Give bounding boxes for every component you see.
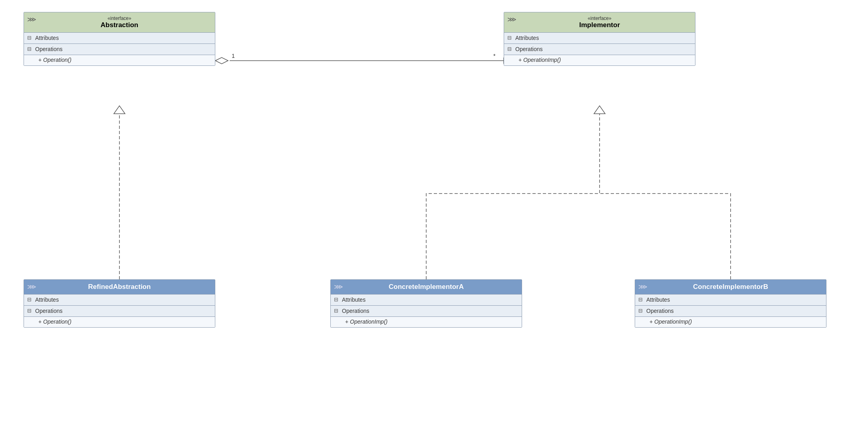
svg-marker-4 — [114, 106, 125, 114]
concrete-implementor-b-classname: ConcreteImplementorB — [639, 283, 822, 291]
concrete-implementor-b-operations-section: ⊟ Operations — [635, 306, 826, 317]
concrete-implementor-a-class: ⋙ ConcreteImplementorA ⊟ Attributes ⊟ Op… — [330, 279, 522, 328]
abstraction-operations-section: ⊟ Operations — [24, 44, 215, 55]
refined-abstraction-attributes-icon: ⊟ — [27, 296, 32, 302]
refined-abstraction-header: ⋙ RefinedAbstraction — [24, 280, 215, 295]
svg-marker-2 — [215, 57, 228, 64]
refined-abstraction-operation-item: Operation() — [43, 318, 72, 325]
refined-abstraction-attributes-section: ⊟ Attributes — [24, 295, 215, 306]
concrete-implementor-b-operations-icon: ⊟ — [638, 308, 643, 314]
concrete-implementor-b-class: ⋙ ConcreteImplementorB ⊟ Attributes ⊟ Op… — [635, 279, 826, 328]
concrete-implementor-b-operation-item: OperationImp() — [654, 318, 692, 325]
concrete-implementor-b-header: ⋙ ConcreteImplementorB — [635, 280, 826, 295]
implementor-classname: Implementor — [508, 21, 691, 29]
abstraction-attributes-label: Attributes — [35, 35, 59, 41]
multiplicity-1-label: 1 — [232, 53, 235, 59]
concrete-implementor-a-attributes-section: ⊟ Attributes — [331, 295, 522, 306]
concrete-implementor-b-attributes-icon: ⊟ — [638, 296, 643, 302]
abstraction-header: ⋙ «interface» Abstraction — [24, 12, 215, 33]
implementor-operations-section: ⊟ Operations — [504, 44, 695, 55]
implementor-operations-label: Operations — [515, 46, 542, 52]
implementor-operations-items: + OperationImp() — [504, 55, 695, 65]
abstraction-operation-item: Operation() — [43, 57, 72, 63]
implementor-stereotype: «interface» — [508, 16, 691, 21]
implementor-operation-item: OperationImp() — [523, 57, 561, 63]
implementor-header: ⋙ «interface» Implementor — [504, 12, 695, 33]
concrete-implementor-a-operations-label: Operations — [342, 308, 369, 314]
implementor-expand-icon: ⋙ — [507, 16, 516, 23]
svg-marker-5 — [594, 106, 605, 114]
concrete-implementor-b-attributes-label: Attributes — [646, 296, 670, 303]
diagram-container: 1 * ⋙ «interface» Abstraction ⊟ Attribut… — [0, 0, 868, 423]
implementor-attributes-section: ⊟ Attributes — [504, 33, 695, 44]
concrete-implementor-a-operations-section: ⊟ Operations — [331, 306, 522, 317]
concrete-implementor-b-attributes-section: ⊟ Attributes — [635, 295, 826, 306]
implementor-attributes-icon: ⊟ — [507, 35, 512, 41]
abstraction-expand-icon: ⋙ — [27, 16, 36, 23]
implementor-attributes-label: Attributes — [515, 35, 539, 41]
abstraction-operations-icon: ⊟ — [27, 46, 32, 52]
implementor-class: ⋙ «interface» Implementor ⊟ Attributes ⊟… — [504, 12, 695, 66]
abstraction-attributes-section: ⊟ Attributes — [24, 33, 215, 44]
concrete-implementor-a-operations-icon: ⊟ — [334, 308, 338, 314]
refined-abstraction-operations-section: ⊟ Operations — [24, 306, 215, 317]
refined-abstraction-expand-icon: ⋙ — [27, 283, 36, 291]
abstraction-operations-label: Operations — [35, 46, 62, 52]
concrete-implementor-a-classname: ConcreteImplementorA — [335, 283, 518, 291]
abstraction-classname: Abstraction — [28, 21, 211, 29]
abstraction-class: ⋙ «interface» Abstraction ⊟ Attributes ⊟… — [24, 12, 215, 66]
refined-abstraction-operations-items: + Operation() — [24, 317, 215, 327]
refined-abstraction-operations-icon: ⊟ — [27, 308, 32, 314]
abstraction-operations-items: + Operation() — [24, 55, 215, 65]
concrete-implementor-a-attributes-label: Attributes — [342, 296, 365, 303]
refined-abstraction-attributes-label: Attributes — [35, 296, 59, 303]
abstraction-attributes-icon: ⊟ — [27, 35, 32, 41]
abstraction-stereotype: «interface» — [28, 16, 211, 21]
refined-abstraction-operations-label: Operations — [35, 308, 62, 314]
concrete-implementor-a-operations-items: + OperationImp() — [331, 317, 522, 327]
concrete-implementor-a-expand-icon: ⋙ — [334, 283, 343, 291]
refined-abstraction-classname: RefinedAbstraction — [28, 283, 211, 291]
concrete-implementor-a-operation-item: OperationImp() — [350, 318, 387, 325]
implementor-operations-icon: ⊟ — [507, 46, 512, 52]
concrete-implementor-b-operations-items: + OperationImp() — [635, 317, 826, 327]
concrete-implementor-a-header: ⋙ ConcreteImplementorA — [331, 280, 522, 295]
refined-abstraction-class: ⋙ RefinedAbstraction ⊟ Attributes ⊟ Oper… — [24, 279, 215, 328]
concrete-implementor-a-attributes-icon: ⊟ — [334, 296, 338, 302]
multiplicity-star-label: * — [493, 53, 496, 59]
concrete-implementor-b-expand-icon: ⋙ — [638, 283, 648, 291]
concrete-implementor-b-operations-label: Operations — [646, 308, 673, 314]
